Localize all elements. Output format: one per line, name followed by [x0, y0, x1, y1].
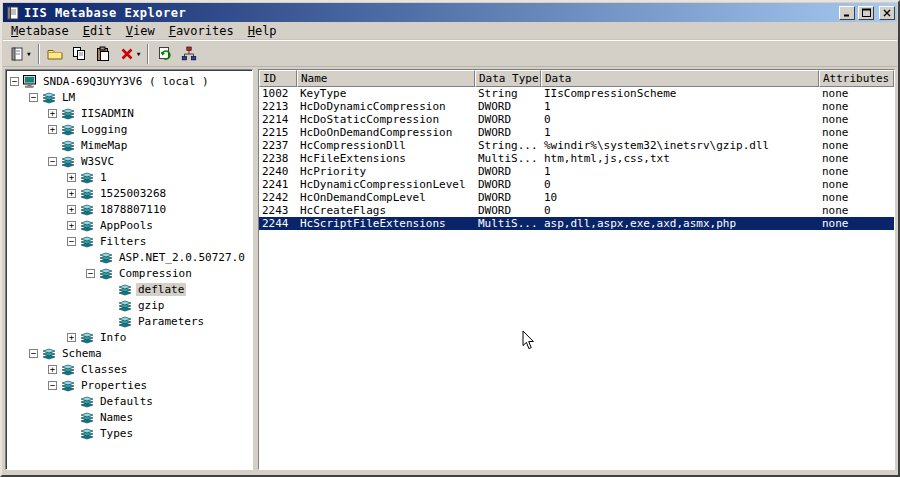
expand-icon[interactable]: +	[48, 125, 57, 134]
tree-item-mimemap[interactable]: MimeMap	[8, 137, 252, 153]
list-row-2241[interactable]: 2241HcDynamicCompressionLevelDWORD0none	[259, 178, 894, 191]
expand-icon[interactable]: +	[48, 109, 57, 118]
tree-item-label[interactable]: deflate	[136, 283, 186, 296]
column-header-id[interactable]: ID	[259, 70, 297, 87]
dropdown-arrow-icon[interactable]: ▼	[137, 50, 141, 57]
collapse-icon[interactable]: −	[10, 77, 19, 86]
tree-item-label[interactable]: Schema	[60, 347, 104, 360]
cell-attributes: none	[819, 113, 894, 126]
expand-icon[interactable]: +	[67, 333, 76, 342]
title-bar[interactable]: IIS Metabase Explorer	[3, 3, 897, 22]
list-row-2237[interactable]: 2237HcCompressionDllString...%windir%\sy…	[259, 139, 894, 152]
copy-button[interactable]	[68, 43, 91, 65]
tree-item-apppools[interactable]: +AppPools	[8, 217, 252, 233]
list-row-2243[interactable]: 2243HcCreateFlagsDWORD0none	[259, 204, 894, 217]
tree-item-logging[interactable]: +Logging	[8, 121, 252, 137]
tree-item-label[interactable]: AppPools	[98, 219, 155, 232]
list-row-2244[interactable]: 2244HcScriptFileExtensionsMultiS...asp,d…	[259, 217, 894, 230]
list-row-1002[interactable]: 1002KeyTypeStringIIsCompressionSchemenon…	[259, 87, 894, 100]
tree-item-label[interactable]: IISADMIN	[79, 107, 136, 120]
column-header-data-type[interactable]: Data Type	[475, 70, 541, 87]
new-key-button[interactable]	[44, 43, 67, 65]
tree-item-properties[interactable]: −Properties	[8, 377, 252, 393]
tree-item-snda-69q3uyy3v6-local[interactable]: −SNDA-69Q3UYY3V6 ( local )	[8, 73, 252, 89]
tree-item-deflate[interactable]: deflate	[8, 281, 252, 297]
collapse-icon[interactable]: −	[86, 269, 95, 278]
tree-item-gzip[interactable]: gzip	[8, 297, 252, 313]
tree-item-defaults[interactable]: Defaults	[8, 393, 252, 409]
list-row-2242[interactable]: 2242HcOnDemandCompLevelDWORD10none	[259, 191, 894, 204]
expand-icon[interactable]: +	[67, 205, 76, 214]
tree-item-label[interactable]: 1878807110	[98, 203, 168, 216]
collapse-icon[interactable]: −	[29, 93, 38, 102]
menu-help[interactable]: Help	[241, 23, 284, 39]
tree-item-1525003268[interactable]: +1525003268	[8, 185, 252, 201]
tree-item-label[interactable]: Compression	[117, 267, 194, 280]
tree-item-label[interactable]: Info	[98, 331, 129, 344]
tree-item-info[interactable]: +Info	[8, 329, 252, 345]
list-row-2214[interactable]: 2214HcDoStaticCompressionDWORD0none	[259, 113, 894, 126]
collapse-icon[interactable]: −	[48, 381, 57, 390]
collapse-icon[interactable]: −	[48, 157, 57, 166]
metabase-menu-button[interactable]: ▼	[6, 43, 34, 65]
menu-edit[interactable]: Edit	[76, 23, 119, 39]
tree-item-lm[interactable]: −LM	[8, 89, 252, 105]
tree-item-names[interactable]: Names	[8, 409, 252, 425]
expand-icon[interactable]: +	[67, 173, 76, 182]
tree-item-label[interactable]: Filters	[98, 235, 148, 248]
expand-icon[interactable]: +	[67, 189, 76, 198]
collapse-icon[interactable]: −	[67, 237, 76, 246]
tree-item-compression[interactable]: −Compression	[8, 265, 252, 281]
tree-item-label[interactable]: W3SVC	[79, 155, 116, 168]
tree-item-parameters[interactable]: Parameters	[8, 313, 252, 329]
tree-item-label[interactable]: Types	[98, 427, 135, 440]
tree-item-label[interactable]: SNDA-69Q3UYY3V6 ( local )	[41, 75, 211, 88]
tree-item-iisadmin[interactable]: +IISADMIN	[8, 105, 252, 121]
tree-item-label[interactable]: Classes	[79, 363, 129, 376]
tree-item-label[interactable]: LM	[60, 91, 77, 104]
paste-button[interactable]	[92, 43, 115, 65]
menu-metabase[interactable]: Metabase	[4, 23, 76, 39]
close-button[interactable]	[879, 6, 895, 20]
tree-item-label[interactable]: Defaults	[98, 395, 155, 408]
tree-item-schema[interactable]: −Schema	[8, 345, 252, 361]
minimize-button[interactable]	[839, 6, 855, 20]
list-row-2213[interactable]: 2213HcDoDynamicCompressionDWORD1none	[259, 100, 894, 113]
list-row-2240[interactable]: 2240HcPriorityDWORD1none	[259, 165, 894, 178]
tree-item-label[interactable]: Parameters	[136, 315, 206, 328]
tree-item-classes[interactable]: +Classes	[8, 361, 252, 377]
cell-attributes: none	[819, 178, 894, 191]
tree-item-1878807110[interactable]: +1878807110	[8, 201, 252, 217]
tree-item-w3svc[interactable]: −W3SVC	[8, 153, 252, 169]
maximize-button[interactable]	[858, 6, 874, 20]
column-header-attributes[interactable]: Attributes	[819, 70, 894, 87]
tree-item-1[interactable]: +1	[8, 169, 252, 185]
menu-view[interactable]: View	[119, 23, 162, 39]
tree-item-asp-net-2-0-50727-0[interactable]: ASP.NET_2.0.50727.0	[8, 249, 252, 265]
tree-item-label[interactable]: Names	[98, 411, 135, 424]
list-row-2215[interactable]: 2215HcDoOnDemandCompressionDWORD1none	[259, 126, 894, 139]
tree-item-label[interactable]: 1525003268	[98, 187, 168, 200]
tree-item-label[interactable]: MimeMap	[79, 139, 129, 152]
connections-button[interactable]	[177, 43, 200, 65]
delete-button[interactable]: ▼	[116, 43, 144, 65]
tree-item-label[interactable]: ASP.NET_2.0.50727.0	[117, 251, 247, 264]
expand-icon[interactable]: +	[48, 365, 57, 374]
expander-spacer	[67, 397, 76, 406]
expand-icon[interactable]: +	[67, 221, 76, 230]
refresh-button[interactable]	[153, 43, 176, 65]
dropdown-arrow-icon[interactable]: ▼	[27, 50, 31, 57]
column-header-name[interactable]: Name	[297, 70, 475, 87]
tree-item-filters[interactable]: −Filters	[8, 233, 252, 249]
cell-type: MultiS...	[475, 217, 541, 230]
tree-item-label[interactable]: Properties	[79, 379, 149, 392]
tree-item-label[interactable]: gzip	[136, 299, 167, 312]
collapse-icon[interactable]: −	[29, 349, 38, 358]
column-header-data[interactable]: Data	[541, 70, 819, 87]
list-row-2238[interactable]: 2238HcFileExtensionsMultiS...htm,html,js…	[259, 152, 894, 165]
menu-favorites[interactable]: Favorites	[162, 23, 241, 39]
tree-indent	[8, 145, 48, 146]
tree-item-label[interactable]: 1	[98, 171, 109, 184]
tree-item-label[interactable]: Logging	[79, 123, 129, 136]
tree-item-types[interactable]: Types	[8, 425, 252, 441]
